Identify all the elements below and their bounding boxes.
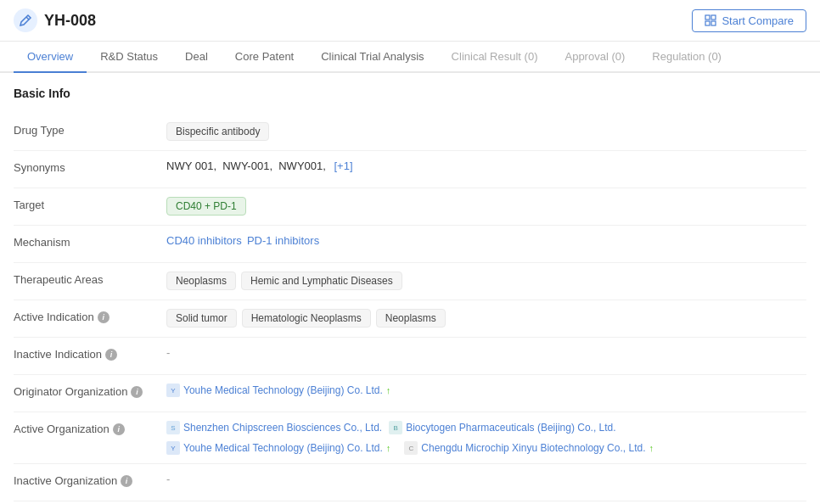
header-left: YH-008 — [14, 8, 96, 32]
active-indication-value: Solid tumor Hematologic Neoplasms Neopla… — [166, 309, 806, 328]
active-indication-label: Active Indication i — [14, 309, 166, 323]
inactive-org-dash: - — [166, 473, 170, 485]
active-org-label: Active Organization i — [14, 421, 166, 435]
originator-org-label: Originator Organization i — [14, 384, 166, 398]
drug-name: YH-008 — [44, 12, 96, 30]
active-org-row: Active Organization i S Shenzhen Chipscr… — [14, 412, 806, 464]
originator-org-name[interactable]: Youhe Medical Technology (Beijing) Co. L… — [183, 384, 383, 396]
originator-org-row: Originator Organization i Y Youhe Medica… — [14, 375, 806, 412]
ai-solid-tumor-tag[interactable]: Solid tumor — [166, 309, 237, 328]
synonyms-row: Synonyms NWY 001, NWY-001, NWY001, [+1] — [14, 151, 806, 188]
ta-hemic-tag[interactable]: Hemic and Lymphatic Diseases — [241, 272, 402, 290]
tab-regulation: Regulation (0) — [638, 42, 735, 73]
mechanism-value: CD40 inhibitors PD-1 inhibitors — [166, 234, 806, 247]
chengdu-trend-icon: ↑ — [649, 443, 654, 453]
biocytogen-logo: B — [389, 421, 402, 434]
active-indication-row: Active Indication i Solid tumor Hematolo… — [14, 300, 806, 338]
mechanism-row: Mechanism CD40 inhibitors PD-1 inhibitor… — [14, 226, 806, 263]
inactive-indication-info-icon[interactable]: i — [105, 349, 117, 361]
biocytogen-name[interactable]: Biocytogen Pharmaceuticals (Beijing) Co.… — [406, 422, 615, 434]
inactive-indication-row: Inactive Indication i - — [14, 338, 806, 375]
ai-hematologic-tag[interactable]: Hematologic Neoplasms — [242, 309, 371, 328]
tab-approval: Approval (0) — [551, 42, 638, 73]
svg-rect-0 — [705, 15, 710, 20]
drug-type-label: Drug Type — [14, 122, 166, 137]
originator-logo: Y — [166, 384, 180, 397]
target-label: Target — [14, 197, 166, 211]
originator-org-info-icon[interactable]: i — [131, 386, 143, 398]
ai-neoplasms-tag[interactable]: Neoplasms — [376, 309, 446, 328]
inactive-org-info-icon[interactable]: i — [121, 475, 132, 487]
svg-rect-2 — [705, 21, 710, 25]
svg-rect-3 — [711, 21, 716, 25]
chipscreen-logo: S — [166, 421, 180, 434]
target-tag[interactable]: CD40 + PD-1 — [166, 197, 246, 216]
ta-neoplasms-tag[interactable]: Neoplasms — [166, 272, 236, 290]
chipscreen-name[interactable]: Shenzhen Chipscreen Biosciences Co., Ltd… — [183, 422, 382, 434]
tab-deal[interactable]: Deal — [171, 42, 222, 73]
target-row: Target CD40 + PD-1 — [14, 188, 806, 226]
mechanism-cd40[interactable]: CD40 inhibitors — [166, 234, 242, 247]
header: YH-008 Start Compare — [0, 0, 820, 42]
chengdu-name[interactable]: Chengdu Microchip Xinyu Biotechnology Co… — [421, 442, 645, 454]
chengdu-logo: C — [404, 441, 418, 455]
therapeutic-areas-label: Therapeutic Areas — [14, 272, 166, 286]
synonyms-value: NWY 001, NWY-001, NWY001, [+1] — [166, 160, 806, 172]
originator-trend-icon: ↑ — [386, 385, 391, 395]
tab-core-patent[interactable]: Core Patent — [222, 42, 307, 73]
tab-clinical-trial[interactable]: Clinical Trial Analysis — [307, 42, 437, 73]
drug-icon — [14, 8, 37, 32]
start-compare-button[interactable]: Start Compare — [692, 9, 806, 32]
compare-btn-label: Start Compare — [722, 14, 794, 27]
target-value: CD40 + PD-1 — [166, 197, 806, 216]
compare-icon — [705, 14, 716, 26]
inactive-org-row: Inactive Organization i - — [14, 464, 806, 501]
therapeutic-areas-row: Therapeutic Areas Neoplasms Hemic and Ly… — [14, 263, 806, 300]
inactive-indication-value: - — [166, 346, 806, 359]
active-org-youhe: Y Youhe Medical Technology (Beijing) Co.… — [166, 441, 390, 455]
nav-tabs: Overview R&D Status Deal Core Patent Cli… — [0, 42, 820, 73]
youhe-name[interactable]: Youhe Medical Technology (Beijing) Co. L… — [183, 442, 383, 454]
active-org-chipscreen: S Shenzhen Chipscreen Biosciences Co., L… — [166, 421, 382, 434]
tab-overview[interactable]: Overview — [14, 42, 87, 73]
active-org-value: S Shenzhen Chipscreen Biosciences Co., L… — [166, 421, 806, 455]
tab-clinical-result: Clinical Result (0) — [438, 42, 552, 73]
synonyms-text: NWY 001, NWY-001, NWY001, — [166, 160, 329, 172]
synonyms-more-link[interactable]: [+1] — [334, 160, 352, 172]
inactive-indication-dash: - — [166, 346, 170, 359]
inactive-org-value: - — [166, 473, 806, 485]
svg-rect-1 — [711, 15, 716, 20]
active-org-info-icon[interactable]: i — [113, 423, 125, 435]
active-org-chengdu: C Chengdu Microchip Xinyu Biotechnology … — [404, 441, 654, 455]
drug-type-row: Drug Type Bispecific antibody — [14, 114, 806, 151]
active-org-biocytogen: B Biocytogen Pharmaceuticals (Beijing) C… — [389, 421, 615, 434]
youhe-logo: Y — [166, 441, 180, 455]
originator-org-item: Y Youhe Medical Technology (Beijing) Co.… — [166, 384, 390, 397]
active-indication-info-icon[interactable]: i — [98, 311, 110, 323]
mechanism-pd1[interactable]: PD-1 inhibitors — [247, 234, 319, 247]
content-area: Basic Info Drug Type Bispecific antibody… — [0, 73, 820, 504]
originator-org-value: Y Youhe Medical Technology (Beijing) Co.… — [166, 384, 806, 397]
synonyms-label: Synonyms — [14, 160, 166, 174]
inactive-org-label: Inactive Organization i — [14, 473, 166, 487]
drug-type-value: Bispecific antibody — [166, 122, 806, 141]
mechanism-label: Mechanism — [14, 234, 166, 249]
therapeutic-areas-value: Neoplasms Hemic and Lymphatic Diseases — [166, 272, 806, 290]
tab-rd-status[interactable]: R&D Status — [87, 42, 171, 73]
section-title: Basic Info — [14, 87, 806, 100]
drug-type-tag: Bispecific antibody — [166, 122, 269, 141]
inactive-indication-label: Inactive Indication i — [14, 346, 166, 361]
youhe-trend-icon: ↑ — [386, 443, 391, 453]
